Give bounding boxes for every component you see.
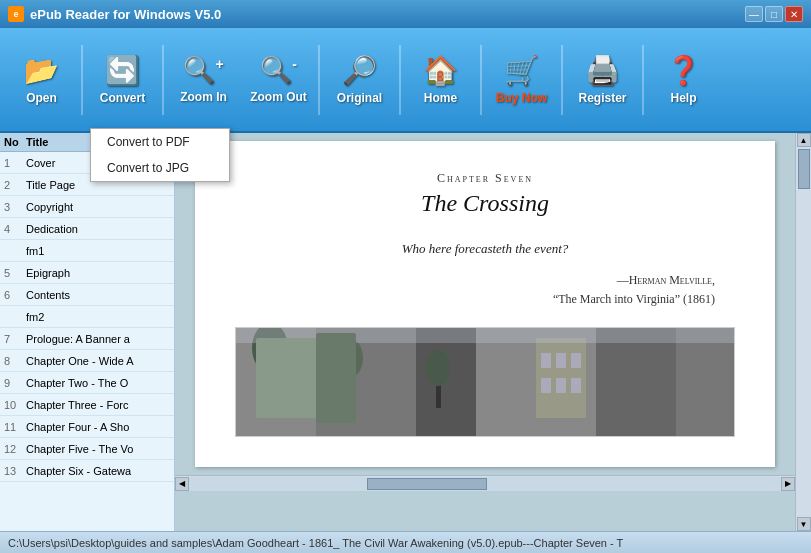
vertical-scrollbar[interactable]: ▲ ▼ [795, 133, 811, 531]
sidebar-row-title: fm1 [26, 245, 170, 257]
svg-rect-9 [346, 358, 352, 408]
toolbar-convert[interactable]: 🔄 Convert [85, 35, 160, 125]
sidebar-row-title: Contents [26, 289, 170, 301]
window-controls: — □ ✕ [745, 6, 803, 22]
sidebar-row[interactable]: 9Chapter Two - The O [0, 372, 174, 394]
content-area: Chapter Seven The Crossing Who here fore… [175, 133, 811, 531]
sidebar-row-no: 8 [4, 355, 26, 367]
svg-rect-16 [571, 353, 581, 368]
chapter-quote: Who here forecasteth the event? [235, 241, 735, 257]
sidebar-row-no: 3 [4, 201, 26, 213]
content-inner: Chapter Seven The Crossing Who here fore… [175, 133, 795, 531]
sidebar-row[interactable]: 7Prologue: A Banner a [0, 328, 174, 350]
home-icon: 🏠 [423, 54, 458, 87]
sidebar-row-no: 6 [4, 289, 26, 301]
v-scroll-up-btn[interactable]: ▲ [797, 133, 811, 147]
svg-rect-14 [541, 353, 551, 368]
convert-dropdown: Convert to PDF Convert to JPG [90, 128, 230, 182]
home-label: Home [424, 91, 457, 105]
sidebar-row[interactable]: 11Chapter Four - A Sho [0, 416, 174, 438]
svg-rect-2 [316, 328, 416, 437]
minimize-button[interactable]: — [745, 6, 763, 22]
divider-5 [480, 45, 482, 115]
sidebar-row[interactable]: 10Chapter Three - Forc [0, 394, 174, 416]
sidebar-row-no: 12 [4, 443, 26, 455]
svg-rect-19 [571, 378, 581, 393]
zoom-out-icon: 🔍- [260, 55, 297, 86]
svg-point-10 [335, 338, 363, 378]
help-icon: ❓ [666, 54, 701, 87]
register-icon: 🖨️ [585, 54, 620, 87]
register-label: Register [578, 91, 626, 105]
book-page: Chapter Seven The Crossing Who here fore… [195, 141, 775, 467]
svg-rect-6 [676, 328, 734, 437]
status-path: C:\Users\psi\Desktop\guides and samples\… [8, 537, 623, 549]
toolbar-buy-now[interactable]: 🛒 Buy Now [484, 35, 559, 125]
svg-rect-20 [236, 328, 734, 343]
chapter-attribution-1: —Herman Melville, [235, 273, 735, 288]
sidebar-row[interactable]: 3Copyright [0, 196, 174, 218]
v-scroll-down-btn[interactable]: ▼ [797, 517, 811, 531]
toolbar: 📂 Open 🔄 Convert Convert to PDF Convert … [0, 28, 811, 133]
convert-jpg-item[interactable]: Convert to JPG [91, 155, 229, 181]
sidebar-row-title: Chapter Three - Forc [26, 399, 170, 411]
sidebar-row[interactable]: 4Dedication [0, 218, 174, 240]
sidebar-row-no: 9 [4, 377, 26, 389]
sidebar-row-title: Prologue: A Banner a [26, 333, 170, 345]
zoom-in-icon: 🔍+ [183, 55, 223, 86]
app-icon: e [8, 6, 24, 22]
chapter-title: The Crossing [235, 190, 735, 217]
svg-rect-7 [266, 348, 274, 408]
sidebar-row-title: Epigraph [26, 267, 170, 279]
sidebar-row[interactable]: 12Chapter Five - The Vo [0, 438, 174, 460]
svg-point-12 [426, 350, 450, 386]
buy-now-icon: 🛒 [504, 54, 539, 87]
original-icon: 🔎 [342, 54, 377, 87]
toolbar-help[interactable]: ❓ Help [646, 35, 721, 125]
chapter-label: Chapter Seven [235, 171, 735, 186]
divider-7 [642, 45, 644, 115]
sidebar-row[interactable]: 13Chapter Six - Gatewa [0, 460, 174, 482]
convert-label: Convert [100, 91, 145, 105]
sidebar-col-no: No [4, 136, 26, 148]
v-scroll-thumb[interactable] [798, 149, 810, 189]
convert-pdf-item[interactable]: Convert to PDF [91, 129, 229, 155]
zoom-out-label: Zoom Out [250, 90, 307, 104]
sidebar-row-title: Chapter Four - A Sho [26, 421, 170, 433]
original-label: Original [337, 91, 382, 105]
toolbar-zoom-out[interactable]: 🔍- Zoom Out [241, 35, 316, 125]
svg-rect-15 [556, 353, 566, 368]
toolbar-open[interactable]: 📂 Open [4, 35, 79, 125]
close-button[interactable]: ✕ [785, 6, 803, 22]
sidebar-row-no: 11 [4, 421, 26, 433]
h-scroll-left-btn[interactable]: ◀ [175, 477, 189, 491]
chapter-image [235, 327, 735, 437]
toolbar-original[interactable]: 🔎 Original [322, 35, 397, 125]
sidebar-row-title: Chapter One - Wide A [26, 355, 170, 367]
divider-2 [162, 45, 164, 115]
toolbar-zoom-in[interactable]: 🔍+ Zoom In [166, 35, 241, 125]
sidebar-row[interactable]: fm2 [0, 306, 174, 328]
sidebar-row[interactable]: 5Epigraph [0, 262, 174, 284]
svg-rect-17 [541, 378, 551, 393]
h-scroll-thumb[interactable] [367, 478, 487, 490]
toolbar-register[interactable]: 🖨️ Register [565, 35, 640, 125]
sidebar-row[interactable]: 6Contents [0, 284, 174, 306]
maximize-button[interactable]: □ [765, 6, 783, 22]
svg-rect-18 [556, 378, 566, 393]
sidebar-row-no: 7 [4, 333, 26, 345]
h-scroll-right-btn[interactable]: ▶ [781, 477, 795, 491]
sidebar-row-no: 5 [4, 267, 26, 279]
sidebar-row-no: 13 [4, 465, 26, 477]
h-scroll-track[interactable] [189, 477, 781, 491]
toolbar-home[interactable]: 🏠 Home [403, 35, 478, 125]
horizontal-scrollbar[interactable]: ◀ ▶ [175, 475, 795, 491]
sidebar-row-title: Dedication [26, 223, 170, 235]
sidebar-row-no: 2 [4, 179, 26, 191]
sidebar-row[interactable]: 8Chapter One - Wide A [0, 350, 174, 372]
sidebar: No Title 1Cover2Title Page3Copyright4Ded… [0, 133, 175, 531]
sidebar-row-title: Chapter Two - The O [26, 377, 170, 389]
divider-3 [318, 45, 320, 115]
sidebar-row[interactable]: fm1 [0, 240, 174, 262]
help-label: Help [670, 91, 696, 105]
